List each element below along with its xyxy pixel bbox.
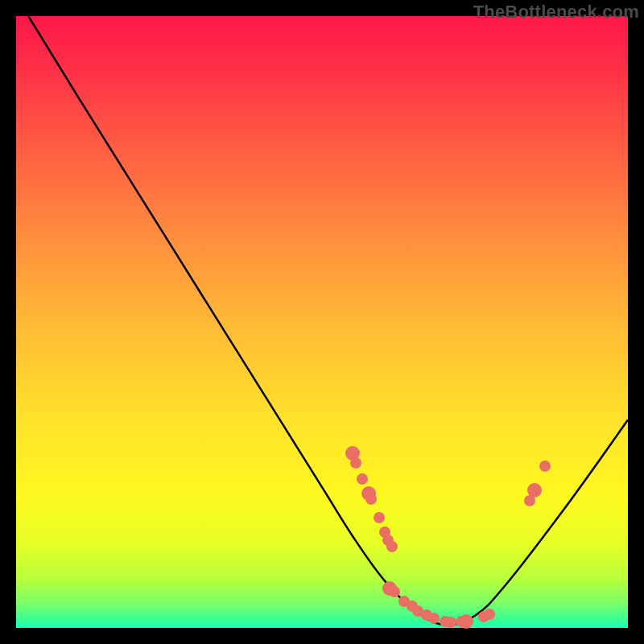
data-marker <box>539 460 551 472</box>
data-marker <box>484 609 495 620</box>
data-marker <box>459 614 473 629</box>
data-marker <box>428 613 440 624</box>
watermark-text: TheBottleneck.com <box>473 2 639 23</box>
data-marker <box>350 457 361 469</box>
bottleneck-curve <box>16 16 628 628</box>
data-marker <box>386 541 398 552</box>
plot-area <box>16 16 628 628</box>
curve-path <box>28 16 628 625</box>
chart-container: TheBottleneck.com <box>0 0 644 644</box>
data-marker <box>374 512 385 523</box>
data-marker <box>389 586 400 597</box>
